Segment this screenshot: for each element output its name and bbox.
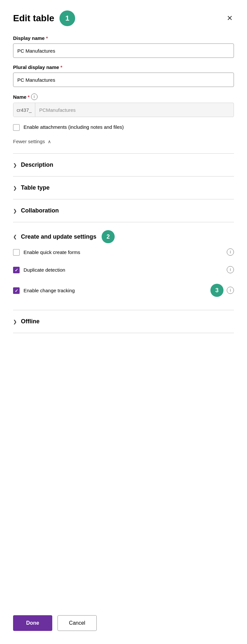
display-name-label: Display name * xyxy=(13,35,234,41)
quick-create-left: Enable quick create forms xyxy=(13,248,80,256)
done-button[interactable]: Done xyxy=(13,615,52,631)
change-tracking-checkbox[interactable] xyxy=(13,287,20,294)
plural-display-name-input[interactable] xyxy=(13,73,234,87)
create-update-section-row[interactable]: ❮ Create and update settings 2 xyxy=(13,222,234,243)
required-star: * xyxy=(46,35,48,41)
change-tracking-label: Enable change tracking xyxy=(24,287,75,294)
description-chevron-icon: ❯ xyxy=(13,162,17,168)
collaboration-chevron-icon: ❯ xyxy=(13,208,17,213)
cancel-button[interactable]: Cancel xyxy=(58,615,97,631)
quick-create-row: Enable quick create forms i xyxy=(13,246,234,258)
create-update-section-title: Create and update settings xyxy=(21,233,96,240)
quick-create-label: Enable quick create forms xyxy=(24,249,80,256)
collaboration-section-row[interactable]: ❯ Collaboration xyxy=(13,199,234,222)
panel-title: Edit table xyxy=(13,13,54,24)
fewer-settings-label: Fewer settings xyxy=(13,139,45,144)
attachments-row[interactable]: Enable attachments (including notes and … xyxy=(13,124,234,131)
footer: Done Cancel xyxy=(13,602,234,631)
name-label: Name * i xyxy=(13,93,234,100)
table-type-section-title: Table type xyxy=(21,184,50,191)
change-tracking-info-icon[interactable]: i xyxy=(227,287,234,294)
plural-display-name-label: Plural display name * xyxy=(13,64,234,70)
create-update-chevron-icon: ❮ xyxy=(13,234,17,239)
quick-create-info-icon[interactable]: i xyxy=(227,248,234,256)
duplicate-detection-info-icon[interactable]: i xyxy=(227,266,234,273)
divider-6 xyxy=(13,333,234,333)
attachments-label: Enable attachments (including notes and … xyxy=(24,124,124,130)
badge-2: 2 xyxy=(102,230,115,243)
title-row: Edit table 1 xyxy=(13,10,75,26)
offline-section-title: Offline xyxy=(21,318,40,325)
table-type-chevron-icon: ❯ xyxy=(13,185,17,191)
badge-1: 1 xyxy=(59,10,75,26)
badge-3: 3 xyxy=(210,284,223,297)
name-required-star: * xyxy=(28,94,30,100)
table-type-section-row[interactable]: ❯ Table type xyxy=(13,177,234,199)
duplicate-detection-left: Duplicate detection xyxy=(13,266,65,273)
panel-header: Edit table 1 ✕ xyxy=(13,10,234,26)
change-tracking-row: Enable change tracking 3 i xyxy=(13,281,234,299)
offline-chevron-icon: ❯ xyxy=(13,319,17,324)
create-update-items: Enable quick create forms i Duplicate de… xyxy=(13,243,234,310)
description-section-row[interactable]: ❯ Description xyxy=(13,154,234,176)
create-update-title-row: Create and update settings 2 xyxy=(21,230,115,243)
name-field-wrapper: cr437_ PCManufactures xyxy=(13,103,234,117)
name-info-icon[interactable]: i xyxy=(31,93,38,100)
fewer-settings-chevron: ∧ xyxy=(48,139,51,144)
quick-create-checkbox[interactable] xyxy=(13,249,20,256)
collaboration-section-title: Collaboration xyxy=(21,207,59,214)
plural-required-star: * xyxy=(60,64,62,70)
name-value: PCManufactures xyxy=(35,107,80,113)
close-button[interactable]: ✕ xyxy=(225,13,234,23)
change-tracking-left: Enable change tracking xyxy=(13,287,75,294)
offline-section-row[interactable]: ❯ Offline xyxy=(13,310,234,333)
fewer-settings-button[interactable]: Fewer settings ∧ xyxy=(13,139,234,144)
duplicate-detection-label: Duplicate detection xyxy=(24,266,65,273)
sections-container: ❯ Description ❯ Table type ❯ Collaborati… xyxy=(13,153,234,333)
name-prefix: cr437_ xyxy=(13,103,35,117)
duplicate-detection-checkbox[interactable] xyxy=(13,267,20,273)
change-tracking-right: 3 i xyxy=(210,284,234,297)
description-section-title: Description xyxy=(21,161,53,168)
duplicate-detection-row: Duplicate detection i xyxy=(13,263,234,276)
display-name-input[interactable] xyxy=(13,43,234,58)
edit-table-panel: Edit table 1 ✕ Display name * Plural dis… xyxy=(0,0,247,644)
attachments-checkbox[interactable] xyxy=(13,124,20,131)
